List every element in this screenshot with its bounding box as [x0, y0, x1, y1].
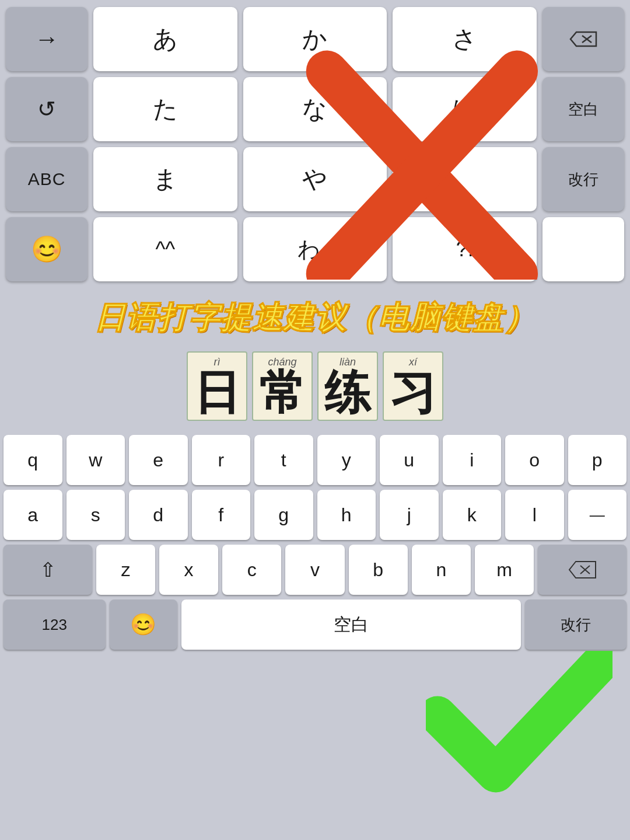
qwerty-row-1: q w e r t y u i o p [4, 435, 626, 485]
key-m[interactable]: m [475, 545, 534, 595]
key-e[interactable]: e [129, 435, 188, 485]
key-b[interactable]: b [349, 545, 408, 595]
kana-grid: → あ か さ ↺ た な は 空白 ABC ま や 改行 😊 ^^ わ_ ?! [6, 7, 624, 281]
pinyin-ri: rì [194, 356, 240, 368]
key-empty2[interactable] [542, 217, 624, 281]
qwerty-row-4: 123 😊 空白 改行 [4, 599, 626, 650]
pinyin-chang: cháng [259, 356, 306, 368]
key-g[interactable]: g [254, 490, 313, 540]
key-i[interactable]: i [443, 435, 502, 485]
key-j[interactable]: j [380, 490, 439, 540]
enter-key-kana[interactable]: 改行 [542, 147, 624, 211]
key-wa[interactable]: わ_ [243, 217, 387, 281]
space-key-qwerty[interactable]: 空白 [181, 599, 521, 650]
hanzi-ri: 日 [194, 367, 240, 419]
emoji-key-kana[interactable]: 😊 [6, 217, 88, 281]
key-o[interactable]: o [505, 435, 564, 485]
key-dash[interactable]: — [568, 490, 627, 540]
emoji-key-qwerty[interactable]: 😊 [110, 599, 177, 650]
hanzi-xi: 习 [390, 367, 436, 419]
key-ya[interactable]: や [243, 147, 387, 211]
key-n[interactable]: n [412, 545, 471, 595]
numbers-key[interactable]: 123 [4, 599, 106, 650]
delete-key[interactable] [542, 7, 624, 71]
japanese-keyboard: → あ か さ ↺ た な は 空白 ABC ま や 改行 😊 ^^ わ_ ?! [0, 0, 630, 287]
pinyin-lian: liàn [324, 356, 371, 368]
banner-title: 日语打字提速建议（电脑键盘） [94, 298, 536, 339]
char-card-lian: liàn 练 [317, 351, 378, 421]
key-p[interactable]: p [568, 435, 627, 485]
key-h[interactable]: h [317, 490, 376, 540]
key-w[interactable]: w [66, 435, 125, 485]
key-ha[interactable]: は [393, 77, 537, 141]
key-a-qwerty[interactable]: a [4, 490, 62, 540]
key-na[interactable]: な [243, 77, 387, 141]
key-f[interactable]: f [192, 490, 251, 540]
undo-key[interactable]: ↺ [6, 77, 88, 141]
pinyin-xi: xí [390, 356, 436, 368]
hanzi-chang: 常 [259, 367, 306, 419]
key-d[interactable]: d [129, 490, 188, 540]
key-small[interactable]: ^^ [93, 217, 237, 281]
key-z[interactable]: z [96, 545, 155, 595]
key-sa[interactable]: さ [393, 7, 537, 71]
char-card-chang: cháng 常 [252, 351, 313, 421]
key-q[interactable]: q [4, 435, 62, 485]
key-punct[interactable]: ?! [393, 217, 537, 281]
key-ka[interactable]: か [243, 7, 387, 71]
space-key-kana[interactable]: 空白 [542, 77, 624, 141]
char-card-xi: xí 习 [383, 351, 443, 421]
char-card-ri: rì 日 [187, 351, 247, 421]
key-ta[interactable]: た [93, 77, 237, 141]
key-x[interactable]: x [159, 545, 218, 595]
key-empty1[interactable] [393, 147, 537, 211]
key-u[interactable]: u [380, 435, 439, 485]
key-l[interactable]: l [505, 490, 564, 540]
abc-key[interactable]: ABC [6, 147, 88, 211]
key-a[interactable]: あ [93, 7, 237, 71]
chinese-display: rì 日 cháng 常 liàn 练 xí 习 [0, 346, 630, 430]
arrow-key[interactable]: → [6, 7, 88, 71]
banner: 日语打字提速建议（电脑键盘） [0, 287, 630, 346]
qwerty-row-3: ⇧ z x c v b n m [4, 545, 626, 595]
hanzi-lian: 练 [324, 367, 371, 419]
key-c[interactable]: c [222, 545, 281, 595]
key-ma[interactable]: ま [93, 147, 237, 211]
qwerty-keyboard: q w e r t y u i o p a s d f g h j k l — … [0, 430, 630, 840]
key-y[interactable]: y [317, 435, 376, 485]
green-check-overlay [426, 651, 612, 805]
shift-key[interactable]: ⇧ [4, 545, 92, 595]
qwerty-row-2: a s d f g h j k l — [4, 490, 626, 540]
key-r[interactable]: r [192, 435, 251, 485]
enter-key-qwerty[interactable]: 改行 [525, 599, 627, 650]
key-v[interactable]: v [285, 545, 344, 595]
delete-key-qwerty[interactable] [538, 545, 626, 595]
key-t[interactable]: t [254, 435, 313, 485]
key-k[interactable]: k [443, 490, 502, 540]
key-s[interactable]: s [66, 490, 125, 540]
